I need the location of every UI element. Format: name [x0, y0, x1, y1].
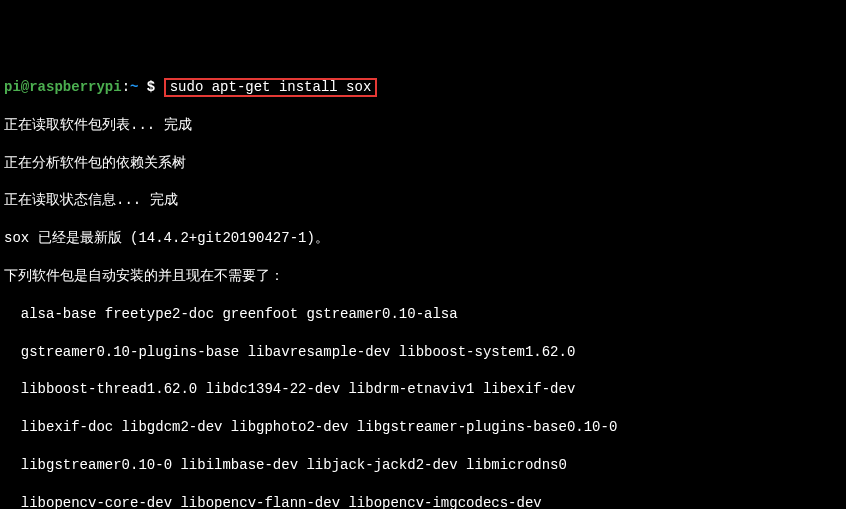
output-line: alsa-base freetype2-doc greenfoot gstrea…: [4, 305, 842, 324]
prompt-user: pi: [4, 79, 21, 95]
output-line: libgstreamer0.10-0 libilmbase-dev libjac…: [4, 456, 842, 475]
output-line: 下列软件包是自动安装的并且现在不需要了：: [4, 267, 842, 286]
terminal[interactable]: pi@raspberrypi:~ $ sudo apt-get install …: [0, 57, 846, 509]
output-line: 正在读取状态信息... 完成: [4, 191, 842, 210]
command-text: sudo apt-get install sox: [170, 79, 372, 95]
prompt-colon: :: [122, 79, 130, 95]
output-line: 正在读取软件包列表... 完成: [4, 116, 842, 135]
output-line: gstreamer0.10-plugins-base libavresample…: [4, 343, 842, 362]
prompt-host: raspberrypi: [29, 79, 121, 95]
output-line: libopencv-core-dev libopencv-flann-dev l…: [4, 494, 842, 509]
output-line: libboost-thread1.62.0 libdc1394-22-dev l…: [4, 380, 842, 399]
prompt-dollar: $: [138, 79, 163, 95]
prompt-line-1: pi@raspberrypi:~ $ sudo apt-get install …: [4, 78, 842, 97]
output-line: libexif-doc libgdcm2-dev libgphoto2-dev …: [4, 418, 842, 437]
output-line: 正在分析软件包的依赖关系树: [4, 154, 842, 173]
output-line: sox 已经是最新版 (14.4.2+git20190427-1)。: [4, 229, 842, 248]
highlighted-command-box: sudo apt-get install sox: [164, 78, 378, 97]
prompt-at: @: [21, 79, 29, 95]
